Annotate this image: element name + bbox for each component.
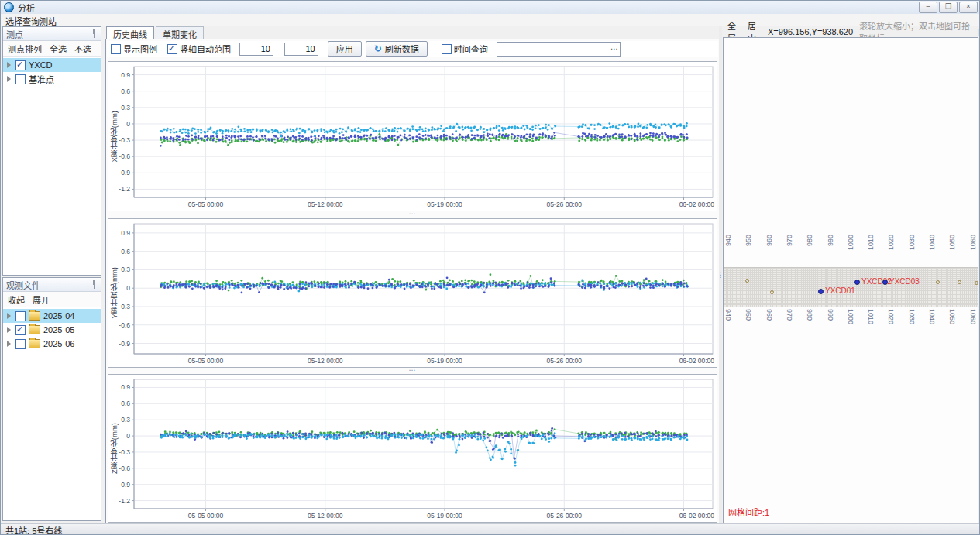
scale-label-top: 970 xyxy=(786,235,793,246)
reference-point[interactable] xyxy=(745,279,749,283)
svg-text:0.6: 0.6 xyxy=(121,87,130,95)
reference-point[interactable] xyxy=(770,290,774,294)
svg-text:06-02 00:00: 06-02 00:00 xyxy=(679,201,715,208)
app-icon xyxy=(4,2,14,12)
chart-plot[interactable]: 0.90.60.30-0.3-0.6-0.9-1.205-05 00:0005-… xyxy=(108,375,717,522)
title-bar: 分析 – ❒ × xyxy=(1,1,980,15)
restore-button[interactable]: ❒ xyxy=(939,2,958,13)
svg-text:05-26 00:00: 05-26 00:00 xyxy=(547,357,583,365)
station-dot-YXCD02[interactable] xyxy=(854,280,860,285)
tree-item-2025-04[interactable]: 2025-04 xyxy=(3,309,101,323)
arrange-points-link[interactable]: 测点排列 xyxy=(8,43,42,55)
refresh-data-button[interactable]: ↻ 刷新数据 xyxy=(366,41,428,57)
points-panel-toolbar: 测点排列 全选 不选 xyxy=(3,41,101,57)
tree-item-checkbox[interactable] xyxy=(15,339,26,349)
station-dot-YXCD03[interactable] xyxy=(882,280,888,285)
station-label-YXCD01: YXCD01 xyxy=(825,286,855,295)
menu-bar: 选择查询测站 xyxy=(1,14,980,26)
scale-label-bottom: 1060 xyxy=(969,309,977,324)
vertical-splitter[interactable]: ⋮ xyxy=(719,26,722,523)
expand-arrow-icon[interactable] xyxy=(6,327,12,333)
scale-label-bottom: 950 xyxy=(744,309,752,321)
status-bar: 共1站: 5号右线 xyxy=(1,523,980,535)
scale-label-bottom: 1000 xyxy=(847,309,854,324)
range-max-input[interactable] xyxy=(284,43,318,56)
expand-arrow-icon[interactable] xyxy=(6,313,12,319)
tree-item-checkbox[interactable] xyxy=(15,311,26,321)
scale-label-bottom: 1050 xyxy=(948,309,956,324)
chart-splitter[interactable]: ⋯ xyxy=(108,211,717,218)
tab-history-curve[interactable]: 历史曲线 xyxy=(106,26,154,39)
svg-text:05-05 00:00: 05-05 00:00 xyxy=(188,512,224,520)
auto-range-checkbox[interactable] xyxy=(167,44,177,54)
scale-label-top: 1050 xyxy=(948,235,956,250)
time-query-label: 时间查询 xyxy=(454,43,488,55)
tree-item-label: YXCD xyxy=(29,60,53,70)
tree-item-2025-06[interactable]: 2025-06 xyxy=(3,337,101,351)
tab-single-period[interactable]: 单期变化 xyxy=(156,26,204,39)
tree-item-YXCD[interactable]: YXCD xyxy=(3,58,101,72)
svg-text:05-19 00:00: 05-19 00:00 xyxy=(427,201,462,208)
folder-icon xyxy=(29,339,40,348)
files-panel: 观测文件 收起 展开 2025-042025-052025-06 xyxy=(2,277,101,521)
tree-item-checkbox[interactable] xyxy=(15,60,26,70)
time-query-option[interactable]: 时间查询 xyxy=(440,43,488,55)
expand-link[interactable]: 展开 xyxy=(33,293,50,306)
reference-point[interactable] xyxy=(936,280,940,284)
chart-plot[interactable]: 0.90.60.30-0.3-0.6-0.9-1.205-05 00:0005-… xyxy=(108,62,717,211)
points-tree: YXCD基准点 xyxy=(3,57,101,87)
select-all-link[interactable]: 全选 xyxy=(50,43,67,55)
scale-label-top: 940 xyxy=(724,235,732,246)
show-legend-option[interactable]: 显示图例 xyxy=(109,43,157,55)
chart-z-displacement[interactable]: Z累计变化(mm) 0.90.60.30-0.3-0.6-0.9-1.205-0… xyxy=(108,374,717,523)
close-button[interactable]: × xyxy=(959,2,978,13)
apply-button[interactable]: 应用 xyxy=(328,41,362,57)
svg-text:-0.9: -0.9 xyxy=(119,340,130,348)
select-none-link[interactable]: 不选 xyxy=(74,43,91,55)
expand-arrow-icon[interactable] xyxy=(6,341,12,347)
pin-icon[interactable] xyxy=(91,280,98,289)
expand-arrow-icon[interactable] xyxy=(6,62,12,68)
collapse-link[interactable]: 收起 xyxy=(8,293,25,306)
files-panel-header: 观测文件 xyxy=(3,278,101,292)
scale-label-bottom: 1010 xyxy=(867,309,875,324)
tree-item-label: 2025-04 xyxy=(43,311,74,321)
time-query-checkbox[interactable] xyxy=(442,44,452,54)
points-panel-header: 测点 xyxy=(3,27,101,41)
tree-item-checkbox[interactable] xyxy=(15,74,26,84)
svg-text:06-02 00:00: 06-02 00:00 xyxy=(679,512,715,520)
chart-y-displacement[interactable]: Y累计变化(mm) 0.90.60.30-0.3-0.6-0.905-05 00… xyxy=(108,218,717,368)
tree-item-label: 基准点 xyxy=(29,73,54,85)
files-tree: 2025-042025-052025-06 xyxy=(3,307,101,352)
scale-label-top: 1040 xyxy=(928,235,936,250)
reference-point[interactable] xyxy=(958,280,961,284)
tree-item-checkbox[interactable] xyxy=(15,325,26,335)
map-view[interactable]: 网格间距:1 940940950950960960970970980980990… xyxy=(723,37,978,523)
scale-label-bottom: 960 xyxy=(765,309,773,321)
minimize-button[interactable]: – xyxy=(919,2,937,13)
tree-item-2025-05[interactable]: 2025-05 xyxy=(3,323,101,337)
chart-plot[interactable]: 0.90.60.30-0.3-0.6-0.905-05 00:0005-12 0… xyxy=(108,219,717,367)
scale-label-bottom: 1030 xyxy=(908,309,916,324)
time-range-combo[interactable]: … xyxy=(497,42,621,57)
reference-point[interactable] xyxy=(975,281,978,285)
svg-text:-0.6: -0.6 xyxy=(119,321,130,329)
chart-x-ylabel: X累计变化(mm) xyxy=(109,62,119,211)
range-min-input[interactable] xyxy=(239,43,273,56)
station-dot-YXCD01[interactable] xyxy=(818,289,824,294)
pin-icon[interactable] xyxy=(91,29,98,38)
ellipsis-button[interactable]: … xyxy=(610,43,618,51)
svg-text:05-26 00:00: 05-26 00:00 xyxy=(547,201,583,208)
show-legend-checkbox[interactable] xyxy=(111,44,121,54)
svg-text:0.3: 0.3 xyxy=(121,416,130,424)
chart-z-ylabel: Z累计变化(mm) xyxy=(109,375,119,522)
auto-range-option[interactable]: 竖轴自动范围 xyxy=(166,43,231,55)
svg-text:-1.2: -1.2 xyxy=(119,185,130,193)
svg-text:-0.3: -0.3 xyxy=(119,448,130,456)
expand-arrow-icon[interactable] xyxy=(6,76,12,82)
tree-item-基准点[interactable]: 基准点 xyxy=(3,72,101,86)
tree-item-label: 2025-05 xyxy=(43,325,74,334)
refresh-icon: ↻ xyxy=(374,45,382,53)
chart-y-ylabel: Y累计变化(mm) xyxy=(109,219,119,367)
chart-x-displacement[interactable]: X累计变化(mm) 0.90.60.30-0.3-0.6-0.9-1.205-0… xyxy=(108,61,717,211)
